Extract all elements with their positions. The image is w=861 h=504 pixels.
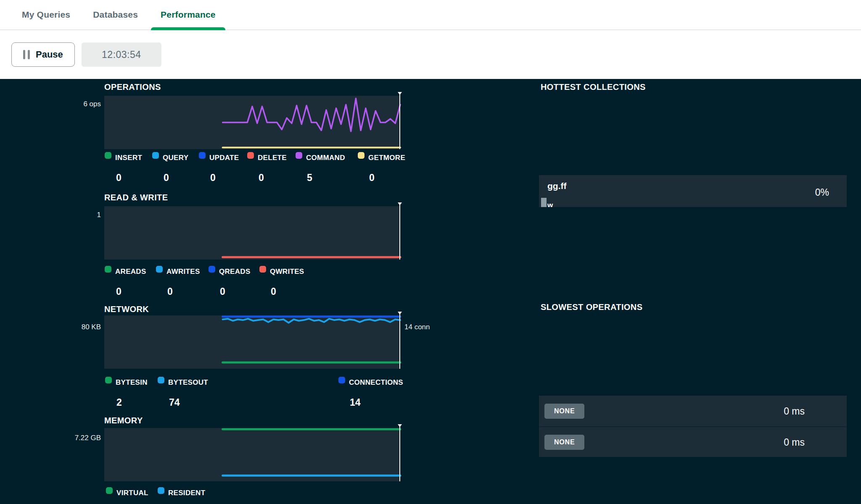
legend-item-qreads: QREADS0 xyxy=(209,266,251,297)
legend-current-value: 0 xyxy=(369,172,405,184)
pause-icon xyxy=(23,50,30,59)
tab-databases-label: Databases xyxy=(93,10,138,20)
legend-current-value: 0 xyxy=(259,172,287,184)
tab-performance[interactable]: Performance xyxy=(151,0,225,29)
operations-lines xyxy=(104,96,400,149)
update-color-swatch xyxy=(199,152,206,159)
slowest-operation-row: NONE 0 ms xyxy=(539,426,847,457)
slowest-operations-title: SLOWEST OPERATIONS xyxy=(541,302,642,312)
operation-none-badge: NONE xyxy=(544,435,584,450)
read-write-lines xyxy=(104,206,400,260)
hottest-collection-name: gg.ff xyxy=(547,181,566,191)
legend-item-bytesout: BYTESOUT74 xyxy=(158,377,208,408)
legend-item-qwrites: QWRITES0 xyxy=(259,266,304,297)
legend-item-resident: RESIDENT xyxy=(158,487,205,497)
operations-title: OPERATIONS xyxy=(104,82,161,92)
legend-item-connections: CONNECTIONS14 xyxy=(338,377,403,408)
performance-content: OPERATIONS 6 ops INSERT0QUERY0UPDATE0DEL… xyxy=(0,79,861,504)
legend-current-value: 0 xyxy=(116,172,142,184)
qreads-color-swatch xyxy=(209,266,215,273)
hottest-collection-partial-name: w xyxy=(547,201,553,207)
legend-label: AREADS xyxy=(115,268,146,276)
network-title: NETWORK xyxy=(104,304,149,314)
read-write-plot xyxy=(104,206,400,260)
operation-duration: 0 ms xyxy=(784,436,805,448)
slowest-operations-panel: NONE 0 ms NONE 0 ms xyxy=(539,396,847,457)
pause-button-label: Pause xyxy=(36,49,63,60)
legend-current-value: 0 xyxy=(167,286,200,297)
network-lines xyxy=(104,315,400,369)
tab-databases[interactable]: Databases xyxy=(83,0,148,29)
legend-current-value: 0 xyxy=(116,286,146,297)
operation-none-badge: NONE xyxy=(544,404,584,419)
tab-my-queries-label: My Queries xyxy=(22,10,70,20)
awrites-color-swatch xyxy=(156,266,163,273)
header: My Queries Databases Performance Pause 1… xyxy=(0,0,861,79)
legend-label: AWRITES xyxy=(166,268,200,276)
legend-item-areads: AREADS0 xyxy=(105,266,146,297)
legend-label: QREADS xyxy=(219,268,251,276)
tab-my-queries[interactable]: My Queries xyxy=(12,0,80,29)
hottest-collection-load-bar xyxy=(541,198,547,207)
command-color-swatch xyxy=(296,152,302,159)
bytesout-color-swatch xyxy=(158,377,164,383)
connections-color-swatch xyxy=(338,377,345,383)
network-legend: BYTESIN2BYTESOUT74CONNECTIONS14 xyxy=(0,377,425,410)
resident-color-swatch xyxy=(158,487,164,494)
server-time-display: 12:03:54 xyxy=(82,42,161,67)
legend-current-value: 2 xyxy=(116,397,148,408)
legend-current-value: 74 xyxy=(169,397,208,408)
time-cursor xyxy=(399,425,400,481)
legend-current-value: 0 xyxy=(210,172,239,184)
virtual-color-swatch xyxy=(106,487,113,494)
legend-label: BYTESOUT xyxy=(168,378,208,387)
memory-y-axis-label: 7.22 GB xyxy=(0,434,101,442)
operations-legend: INSERT0QUERY0UPDATE0DELETE0COMMAND5GETMO… xyxy=(0,152,425,186)
memory-plot xyxy=(104,428,400,481)
operations-y-axis-label: 6 ops xyxy=(0,100,101,108)
memory-title: MEMORY xyxy=(104,416,143,425)
series-bytesout-line xyxy=(223,319,400,323)
legend-item-virtual: VIRTUAL xyxy=(106,487,148,497)
legend-label: CONNECTIONS xyxy=(349,378,403,387)
read-write-title: READ & WRITE xyxy=(104,193,168,202)
time-cursor xyxy=(399,203,400,260)
performance-toolbar: Pause 12:03:54 xyxy=(0,30,161,79)
legend-item-query: QUERY0 xyxy=(152,152,188,184)
bytesin-color-swatch xyxy=(105,377,112,383)
legend-item-update: UPDATE0 xyxy=(199,152,239,184)
slowest-operation-row: NONE 0 ms xyxy=(539,396,847,426)
operations-plot xyxy=(104,96,400,149)
network-y-axis-label: 80 KB xyxy=(0,323,101,331)
legend-label: GETMORE xyxy=(368,154,405,162)
legend-current-value: 0 xyxy=(164,172,188,184)
memory-legend: VIRTUALRESIDENT xyxy=(0,487,425,504)
areads-color-swatch xyxy=(105,266,111,273)
legend-item-awrites: AWRITES0 xyxy=(156,266,200,297)
legend-item-delete: DELETE0 xyxy=(247,152,287,184)
legend-label: BYTESIN xyxy=(116,378,148,387)
pause-button[interactable]: Pause xyxy=(11,42,75,67)
legend-label: RESIDENT xyxy=(168,489,205,497)
time-cursor xyxy=(399,312,400,369)
network-plot xyxy=(104,315,400,369)
operation-duration: 0 ms xyxy=(784,405,805,417)
legend-label: INSERT xyxy=(115,154,142,162)
series-command-line xyxy=(223,98,400,131)
legend-label: UPDATE xyxy=(209,154,239,162)
getmore-color-swatch xyxy=(358,152,364,159)
tab-performance-label: Performance xyxy=(161,10,216,20)
legend-label: DELETE xyxy=(258,154,287,162)
legend-item-insert: INSERT0 xyxy=(105,152,142,184)
time-cursor xyxy=(399,92,400,149)
server-time-value: 12:03:54 xyxy=(102,49,141,60)
legend-current-value: 14 xyxy=(350,397,403,408)
legend-current-value: 5 xyxy=(307,172,345,184)
read-write-y-axis-label: 1 xyxy=(0,211,101,219)
legend-item-bytesin: BYTESIN2 xyxy=(105,377,148,408)
legend-label: COMMAND xyxy=(306,154,345,162)
hottest-collections-title: HOTTEST COLLECTIONS xyxy=(541,82,646,92)
legend-label: QUERY xyxy=(163,154,188,162)
legend-current-value: 0 xyxy=(220,286,251,297)
hottest-collection-load: 0% xyxy=(815,187,829,198)
